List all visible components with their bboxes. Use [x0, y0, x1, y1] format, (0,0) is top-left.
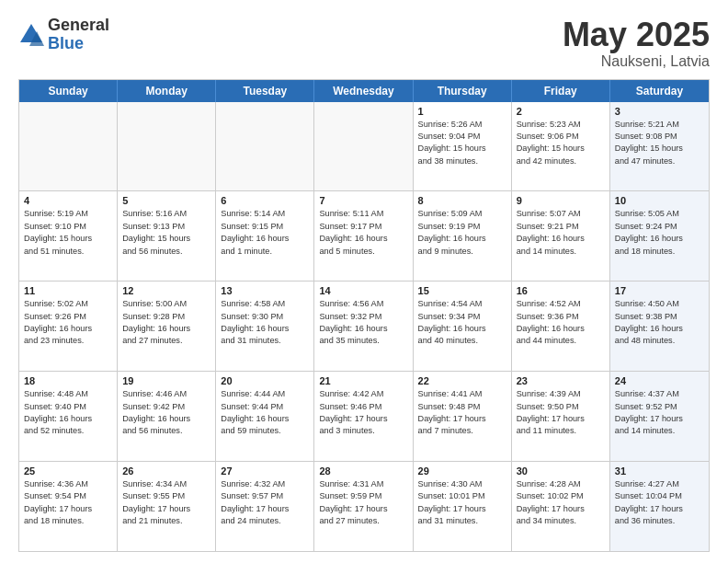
cal-cell: 25Sunrise: 4:36 AM Sunset: 9:54 PM Dayli… [19, 462, 118, 551]
day-number: 4 [24, 195, 112, 206]
day-number: 14 [319, 285, 407, 296]
cal-cell [19, 102, 118, 191]
day-number: 21 [319, 375, 407, 386]
day-info: Sunrise: 4:52 AM Sunset: 9:36 PM Dayligh… [517, 298, 605, 347]
day-number: 30 [517, 465, 605, 477]
title-location: Naukseni, Latvia [563, 53, 710, 70]
cal-cell: 24Sunrise: 4:37 AM Sunset: 9:52 PM Dayli… [610, 372, 709, 461]
cal-cell: 26Sunrise: 4:34 AM Sunset: 9:55 PM Dayli… [118, 462, 216, 551]
day-info: Sunrise: 5:21 AM Sunset: 9:08 PM Dayligh… [615, 119, 704, 167]
cal-cell: 29Sunrise: 4:30 AM Sunset: 10:01 PM Dayl… [414, 462, 512, 551]
cal-cell: 1Sunrise: 5:26 AM Sunset: 9:04 PM Daylig… [414, 102, 512, 191]
day-number: 29 [418, 465, 506, 477]
logo-blue: Blue [48, 35, 109, 53]
header-day-thursday: Thursday [414, 80, 512, 102]
header-day-friday: Friday [512, 80, 610, 102]
cal-cell: 19Sunrise: 4:46 AM Sunset: 9:42 PM Dayli… [118, 372, 216, 461]
day-number: 18 [24, 375, 112, 386]
day-number: 13 [221, 285, 309, 296]
header-day-tuesday: Tuesday [216, 80, 314, 102]
day-number: 12 [122, 285, 210, 296]
day-number: 23 [517, 375, 605, 386]
day-info: Sunrise: 4:54 AM Sunset: 9:34 PM Dayligh… [418, 298, 506, 347]
day-number: 8 [418, 195, 506, 206]
cal-cell: 12Sunrise: 5:00 AM Sunset: 9:28 PM Dayli… [118, 282, 216, 371]
day-number: 15 [418, 285, 506, 296]
calendar-body: 1Sunrise: 5:26 AM Sunset: 9:04 PM Daylig… [19, 102, 709, 551]
day-number: 3 [615, 106, 704, 117]
logo-general: General [48, 17, 109, 35]
header-day-saturday: Saturday [610, 80, 709, 102]
day-number: 9 [517, 195, 605, 206]
cal-cell [314, 102, 413, 191]
day-info: Sunrise: 4:42 AM Sunset: 9:46 PM Dayligh… [319, 388, 407, 437]
cal-cell: 5Sunrise: 5:16 AM Sunset: 9:13 PM Daylig… [118, 191, 216, 281]
cal-cell [118, 102, 216, 191]
day-info: Sunrise: 4:32 AM Sunset: 9:57 PM Dayligh… [221, 478, 309, 527]
day-number: 22 [418, 375, 506, 386]
cal-cell [216, 102, 314, 191]
cal-cell: 6Sunrise: 5:14 AM Sunset: 9:15 PM Daylig… [216, 191, 314, 281]
day-info: Sunrise: 4:30 AM Sunset: 10:01 PM Daylig… [418, 478, 506, 527]
day-info: Sunrise: 4:58 AM Sunset: 9:30 PM Dayligh… [221, 298, 309, 347]
day-info: Sunrise: 5:05 AM Sunset: 9:24 PM Dayligh… [615, 208, 704, 257]
day-number: 5 [122, 195, 210, 206]
cal-cell: 20Sunrise: 4:44 AM Sunset: 9:44 PM Dayli… [216, 372, 314, 461]
title-month: May 2025 [563, 17, 710, 53]
day-info: Sunrise: 4:28 AM Sunset: 10:02 PM Daylig… [517, 478, 605, 527]
cal-cell: 8Sunrise: 5:09 AM Sunset: 9:19 PM Daylig… [414, 191, 512, 281]
day-info: Sunrise: 5:07 AM Sunset: 9:21 PM Dayligh… [517, 208, 605, 257]
day-info: Sunrise: 5:16 AM Sunset: 9:13 PM Dayligh… [122, 208, 210, 257]
day-info: Sunrise: 4:31 AM Sunset: 9:59 PM Dayligh… [319, 478, 407, 527]
cal-cell: 3Sunrise: 5:21 AM Sunset: 9:08 PM Daylig… [610, 102, 709, 191]
cal-cell: 15Sunrise: 4:54 AM Sunset: 9:34 PM Dayli… [414, 282, 512, 371]
cal-cell: 27Sunrise: 4:32 AM Sunset: 9:57 PM Dayli… [216, 462, 314, 551]
day-info: Sunrise: 5:26 AM Sunset: 9:04 PM Dayligh… [418, 119, 506, 167]
day-info: Sunrise: 5:14 AM Sunset: 9:15 PM Dayligh… [221, 208, 309, 257]
day-info: Sunrise: 5:23 AM Sunset: 9:06 PM Dayligh… [517, 119, 605, 167]
day-info: Sunrise: 4:41 AM Sunset: 9:48 PM Dayligh… [418, 388, 506, 437]
day-info: Sunrise: 5:00 AM Sunset: 9:28 PM Dayligh… [122, 298, 210, 347]
day-number: 16 [517, 285, 605, 296]
day-number: 27 [221, 465, 309, 477]
day-number: 11 [24, 285, 112, 296]
day-number: 28 [319, 465, 407, 477]
day-info: Sunrise: 4:37 AM Sunset: 9:52 PM Dayligh… [615, 388, 704, 437]
header: General Blue May 2025 Naukseni, Latvia [18, 17, 710, 70]
cal-cell: 4Sunrise: 5:19 AM Sunset: 9:10 PM Daylig… [19, 191, 118, 281]
day-info: Sunrise: 5:11 AM Sunset: 9:17 PM Dayligh… [319, 208, 407, 257]
day-info: Sunrise: 5:19 AM Sunset: 9:10 PM Dayligh… [24, 208, 112, 257]
cal-row-3: 18Sunrise: 4:48 AM Sunset: 9:40 PM Dayli… [19, 371, 709, 461]
header-day-monday: Monday [118, 80, 216, 102]
logo-text: General Blue [48, 17, 109, 53]
day-info: Sunrise: 5:02 AM Sunset: 9:26 PM Dayligh… [24, 298, 112, 347]
cal-cell: 13Sunrise: 4:58 AM Sunset: 9:30 PM Dayli… [216, 282, 314, 371]
day-number: 10 [615, 195, 704, 206]
cal-cell: 30Sunrise: 4:28 AM Sunset: 10:02 PM Dayl… [512, 462, 610, 551]
day-number: 6 [221, 195, 309, 206]
day-number: 7 [319, 195, 407, 206]
day-number: 20 [221, 375, 309, 386]
cal-cell: 31Sunrise: 4:27 AM Sunset: 10:04 PM Dayl… [610, 462, 709, 551]
day-info: Sunrise: 4:27 AM Sunset: 10:04 PM Daylig… [615, 478, 704, 527]
cal-cell: 21Sunrise: 4:42 AM Sunset: 9:46 PM Dayli… [314, 372, 413, 461]
cal-row-0: 1Sunrise: 5:26 AM Sunset: 9:04 PM Daylig… [19, 102, 709, 191]
header-day-sunday: Sunday [19, 80, 118, 102]
day-info: Sunrise: 4:46 AM Sunset: 9:42 PM Dayligh… [122, 388, 210, 437]
page: General Blue May 2025 Naukseni, Latvia S… [0, 0, 728, 563]
day-number: 2 [517, 106, 605, 117]
day-info: Sunrise: 4:36 AM Sunset: 9:54 PM Dayligh… [24, 478, 112, 527]
day-number: 1 [418, 106, 506, 117]
day-info: Sunrise: 4:48 AM Sunset: 9:40 PM Dayligh… [24, 388, 112, 437]
day-info: Sunrise: 4:39 AM Sunset: 9:50 PM Dayligh… [517, 388, 605, 437]
cal-cell: 9Sunrise: 5:07 AM Sunset: 9:21 PM Daylig… [512, 191, 610, 281]
cal-cell: 16Sunrise: 4:52 AM Sunset: 9:36 PM Dayli… [512, 282, 610, 371]
cal-cell: 11Sunrise: 5:02 AM Sunset: 9:26 PM Dayli… [19, 282, 118, 371]
cal-row-2: 11Sunrise: 5:02 AM Sunset: 9:26 PM Dayli… [19, 281, 709, 371]
title-block: May 2025 Naukseni, Latvia [563, 17, 710, 70]
cal-row-1: 4Sunrise: 5:19 AM Sunset: 9:10 PM Daylig… [19, 190, 709, 281]
day-info: Sunrise: 4:56 AM Sunset: 9:32 PM Dayligh… [319, 298, 407, 347]
cal-cell: 10Sunrise: 5:05 AM Sunset: 9:24 PM Dayli… [610, 191, 709, 281]
day-number: 26 [122, 465, 210, 477]
cal-cell: 14Sunrise: 4:56 AM Sunset: 9:32 PM Dayli… [314, 282, 413, 371]
